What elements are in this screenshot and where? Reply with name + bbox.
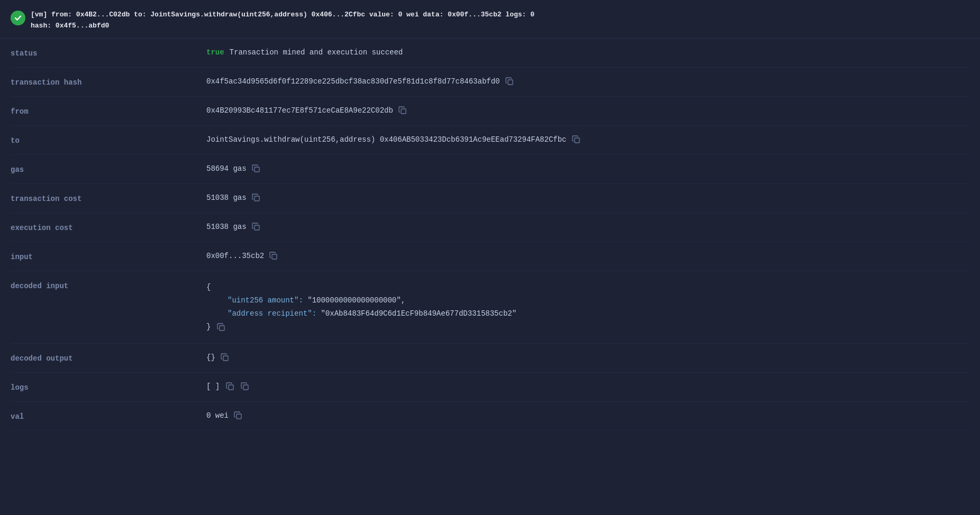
svg-rect-3 [255, 167, 259, 172]
input-text: 0x00f...35cb2 [206, 252, 264, 260]
decoded-input-uint256-line: "uint256 amount": "1000000000000000000", [206, 294, 516, 307]
input-row: input 0x00f...35cb2 [11, 242, 969, 271]
decoded-output-label: decoded output [11, 353, 206, 363]
from-text: 0x4B20993Bc481177ec7E8f571ceCaE8A9e22C02… [206, 106, 393, 115]
execution-cost-text: 51038 gas [206, 223, 247, 231]
execution-cost-label: execution cost [11, 223, 206, 232]
gas-copy-button[interactable] [252, 164, 260, 173]
to-text: JointSavings.withdraw(uint256,address) 0… [206, 135, 567, 144]
gas-value: 58694 gas [206, 164, 260, 173]
from-value-header: 0x4B2...C02db [76, 11, 130, 19]
transaction-cost-label: transaction cost [11, 194, 206, 203]
logs-value-header: 0 [530, 11, 534, 19]
logs-text: [ ] [206, 382, 220, 391]
gas-label: gas [11, 164, 206, 174]
data-value-header: 0x00f...35cb2 [448, 11, 501, 19]
input-value: 0x00f...35cb2 [206, 252, 278, 260]
value-label: value: [369, 11, 394, 19]
transaction-cost-value: 51038 gas [206, 194, 260, 202]
to-row: to JointSavings.withdraw(uint256,address… [11, 126, 969, 155]
svg-rect-10 [243, 385, 248, 390]
vm-label: [vm] [31, 11, 47, 19]
decoded-input-address-key: "address recipient": [228, 309, 316, 318]
decoded-input-value: { "uint256 amount": "1000000000000000000… [206, 281, 516, 334]
status-true-text: true [206, 48, 224, 57]
transaction-hash-label: transaction hash [11, 77, 206, 87]
hash-value-header: 0x4f5...abfd0 [56, 22, 109, 30]
from-row: from 0x4B20993Bc481177ec7E8f571ceCaE8A9e… [11, 97, 969, 126]
transaction-hash-value: 0x4f5ac34d9565d6f0f12289ce225dbcf38ac830… [206, 77, 514, 86]
decoded-input-label: decoded input [11, 281, 206, 290]
svg-rect-7 [220, 326, 224, 330]
svg-rect-4 [255, 196, 259, 201]
transaction-hash-text: 0x4f5ac34d9565d6f0f12289ce225dbcf38ac830… [206, 77, 500, 86]
logs-row: logs [ ] [11, 373, 969, 402]
decoded-input-copy-button[interactable] [217, 323, 225, 332]
status-row: status true Transaction mined and execut… [11, 39, 969, 68]
svg-rect-9 [229, 385, 233, 390]
val-label: val [11, 411, 206, 421]
decoded-output-copy-button[interactable] [221, 353, 229, 362]
logs-copy-button-1[interactable] [226, 382, 234, 391]
gas-text: 58694 gas [206, 164, 247, 173]
from-label: from: [51, 11, 72, 19]
decoded-input-close-line: } [206, 320, 516, 334]
execution-cost-value: 51038 gas [206, 223, 260, 231]
svg-rect-6 [272, 254, 277, 259]
status-rest-text: Transaction mined and execution succeed [230, 48, 403, 57]
transaction-cost-copy-button[interactable] [252, 194, 260, 202]
decoded-input-address-val: "0xAb8483F64d9C6d1EcF9b849Ae677dD3315835… [321, 309, 516, 318]
to-label: to: [134, 11, 146, 19]
svg-rect-8 [223, 356, 228, 361]
input-label: input [11, 252, 206, 261]
decoded-input-address-line: "address recipient": "0xAb8483F64d9C6d1E… [206, 307, 516, 320]
decoded-input-uint256-val: "1000000000000000000", [307, 296, 405, 305]
decoded-input-uint256-key: "uint256 amount": [228, 296, 303, 305]
to-copy-button[interactable] [572, 135, 580, 144]
logs-value: [ ] [206, 382, 249, 391]
status-label: status [11, 48, 206, 58]
rows-container: status true Transaction mined and execut… [0, 39, 980, 431]
decoded-input-block: { "uint256 amount": "1000000000000000000… [206, 281, 516, 334]
logs-label: logs: [505, 11, 526, 19]
data-label: data: [423, 11, 443, 19]
hash-label: hash: [31, 22, 51, 30]
val-value: 0 wei [206, 411, 242, 420]
value-value-header: 0 wei [398, 11, 419, 19]
from-value: 0x4B20993Bc481177ec7E8f571ceCaE8A9e22C02… [206, 106, 407, 115]
execution-cost-row: execution cost 51038 gas [11, 213, 969, 242]
execution-cost-copy-button[interactable] [252, 223, 260, 231]
header-text: [vm] from: 0x4B2...C02db to: JointSaving… [31, 10, 534, 32]
transaction-cost-text: 51038 gas [206, 194, 247, 202]
to-label: to [11, 135, 206, 145]
decoded-output-row: decoded output {} [11, 344, 969, 373]
from-copy-button[interactable] [398, 106, 407, 115]
gas-row: gas 58694 gas [11, 155, 969, 184]
svg-rect-1 [401, 109, 406, 114]
decoded-input-row: decoded input { "uint256 amount": "10000… [11, 271, 969, 344]
transaction-hash-copy-button[interactable] [505, 77, 514, 86]
from-label: from [11, 106, 206, 116]
decoded-output-value: {} [206, 353, 229, 362]
svg-rect-2 [575, 138, 579, 143]
header-bar: [vm] from: 0x4B2...C02db to: JointSaving… [0, 0, 980, 39]
decoded-input-open-brace: { [206, 281, 516, 294]
val-row: val 0 wei [11, 402, 969, 431]
decoded-output-text: {} [206, 353, 215, 362]
input-copy-button[interactable] [269, 252, 278, 260]
status-value: true Transaction mined and execution suc… [206, 48, 403, 57]
logs-copy-button-2[interactable] [241, 382, 249, 391]
transaction-hash-row: transaction hash 0x4f5ac34d9565d6f0f1228… [11, 68, 969, 97]
svg-rect-5 [255, 225, 259, 230]
to-address-header: 0x406...2Cfbc [312, 11, 365, 19]
success-check-icon [11, 11, 25, 25]
to-value-header: JointSavings.withdraw(uint256,address) [150, 11, 307, 19]
svg-rect-11 [237, 414, 241, 419]
transaction-cost-row: transaction cost 51038 gas [11, 184, 969, 213]
to-value: JointSavings.withdraw(uint256,address) 0… [206, 135, 580, 144]
val-copy-button[interactable] [234, 411, 242, 420]
svg-rect-0 [508, 80, 513, 85]
val-text: 0 wei [206, 411, 229, 420]
logs-label: logs [11, 382, 206, 392]
